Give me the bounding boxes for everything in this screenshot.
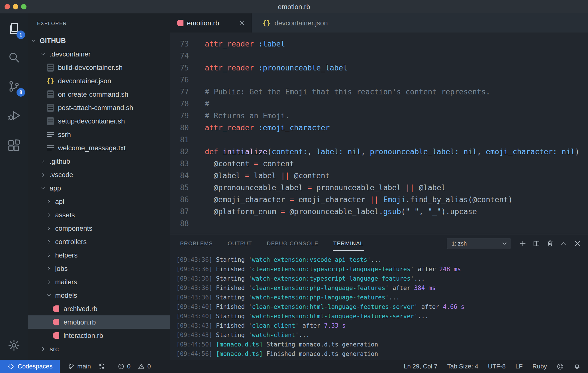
tree-item-helpers[interactable]: helpers [28,248,170,262]
tab-label: emotion.rb [187,19,239,27]
tree-item-label: api [55,198,64,206]
chevron-right-icon [41,346,46,352]
code-line-87: 87 @platform_enum = @pronounceable_label… [170,206,588,218]
activity-extensions-button[interactable] [0,137,28,154]
tree-item-post-attach-command.sh[interactable]: post-attach-command.sh [28,101,170,114]
tree-item-controllers[interactable]: controllers [28,235,170,248]
tree-item-app[interactable]: app [28,181,170,195]
tree-item-label: post-attach-command.sh [58,104,133,112]
run-debug-icon [7,109,21,122]
close-window-button[interactable] [5,4,10,9]
plus-icon[interactable] [519,240,526,247]
chevron-up-icon[interactable] [560,240,567,247]
problems-status-item[interactable]: 0 0 [118,363,151,370]
git-branch-icon [68,363,75,370]
code-line-76: 76 [170,74,588,86]
chevron-right-icon [41,172,46,177]
activity-search-button[interactable] [0,49,28,66]
terminal-line: [09:43:40] Finished 'clean-extension:htm… [176,302,585,312]
close-tab-icon[interactable] [239,20,245,26]
activity-bar: 18 [0,13,28,360]
terminal-line: [09:44:50] [monaco.d.ts] Starting monaco… [176,340,585,349]
activity-run-debug-button[interactable] [0,107,28,124]
tree-item-mailers[interactable]: mailers [28,275,170,289]
tree-item-label: app [50,184,61,192]
terminal-select-value: 1: zsh [452,240,467,247]
line-number: 85 [170,183,189,192]
language-mode-indicator[interactable]: Ruby [532,363,547,370]
tree-item-welcome_message.txt[interactable]: welcome_message.txt [28,141,170,155]
shell-file-icon [46,117,54,125]
terminal-line: [09:43:36] Starting 'watch-extension:php… [176,293,585,302]
tree-item-emotion.rb[interactable]: emotion.rb [28,315,170,329]
tab-emotion.rb[interactable]: emotion.rb [170,13,252,33]
tree-item-assets[interactable]: assets [28,208,170,222]
line-number: 86 [170,195,189,204]
panel-tab-problems[interactable]: PROBLEMS [180,234,213,253]
tree-item-label: emotion.rb [64,318,96,326]
panel-controls: 1: zsh [447,238,581,249]
close-icon[interactable] [574,240,581,247]
tab-devcontainer.json[interactable]: {}devcontainer.json [252,13,340,33]
sidebar-title: EXPLORER [28,13,170,34]
tree-item-.github[interactable]: .github [28,155,170,168]
tree-item-ssrh[interactable]: ssrh [28,128,170,141]
tree-item-src[interactable]: src [28,342,170,356]
activity-explorer-button[interactable]: 1 [0,20,28,37]
tree-item-label: setup-devcontainer.sh [58,117,125,125]
activity-source-control-button[interactable]: 8 [0,78,28,95]
tab-size-indicator[interactable]: Tab Size: 4 [447,363,478,370]
code-line-85: 85 @pronounceable_label = pronounceable_… [170,182,588,194]
tree-section-github[interactable]: GITHUB [28,34,170,47]
smiley-icon[interactable] [557,363,564,370]
panel-tab-terminal[interactable]: TERMINAL [333,234,364,253]
explorer-sidebar: EXPLORER GITHUB.devcontainerbuild-devcon… [28,13,170,360]
tree-item-build-devcontainer.sh[interactable]: build-devcontainer.sh [28,61,170,74]
tree-item-setup-devcontainer.sh[interactable]: setup-devcontainer.sh [28,114,170,128]
tree-item-api[interactable]: api [28,195,170,208]
code-editor[interactable]: 73attr_reader :label7475attr_reader :pro… [170,33,588,234]
search-icon [7,51,21,64]
terminal-line: [09:43:36] Starting 'watch-extension:vsc… [176,255,585,265]
panel-tab-output[interactable]: OUTPUT [228,234,252,253]
vscode-window: emotion.rb 18 EXPLORER GITHUB.devcontain… [0,0,588,373]
terminal-line: [09:43:36] Finished 'clean-extension:typ… [176,265,585,274]
settings-gear-button[interactable] [0,337,28,354]
cursor-position-indicator[interactable]: Ln 29, Col 7 [404,363,438,370]
branch-status-item[interactable]: main [68,363,105,370]
source-control-badge: 8 [17,88,25,97]
panel-tab-debug-console[interactable]: DEBUG CONSOLE [267,234,318,253]
ruby-file-icon [177,20,183,26]
trash-icon[interactable] [546,240,554,247]
tree-item-label: models [55,291,77,299]
tree-item-label: .devcontainer [50,50,91,58]
bell-icon[interactable] [573,363,581,370]
chevron-down-icon [41,52,46,57]
tree-item-on-create-command.sh[interactable]: on-create-command.sh [28,88,170,101]
tree-item-devcontainer.json[interactable]: {}devcontainer.json [28,74,170,88]
split-icon[interactable] [533,240,540,247]
eol-indicator[interactable]: LF [515,363,523,370]
explorer-badge: 1 [17,31,25,39]
terminal-output[interactable]: [09:43:36] Starting 'watch-extension:vsc… [176,255,585,359]
codespaces-status-button[interactable]: Codespaces [0,360,60,373]
tree-item-interaction.rb[interactable]: interaction.rb [28,329,170,342]
tree-item-models[interactable]: models [28,289,170,302]
tree-item-jobs[interactable]: jobs [28,262,170,275]
line-number: 76 [170,76,189,84]
editor-tabbar: emotion.rb{}devcontainer.json [170,13,588,33]
tree-item-components[interactable]: components [28,222,170,235]
tree-item-.vscode[interactable]: .vscode [28,168,170,181]
encoding-indicator[interactable]: UTF-8 [488,363,506,370]
code-line-88: 88 [170,218,588,230]
ruby-file-icon [52,305,60,312]
zoom-window-button[interactable] [21,4,26,9]
gear-icon [7,339,21,352]
text-file-icon [46,145,54,151]
tree-item-.devcontainer[interactable]: .devcontainer [28,47,170,61]
minimize-window-button[interactable] [13,4,18,9]
terminal-select[interactable]: 1: zsh [447,238,511,249]
code-line-86: 86 @emoji_character = emoji_character ||… [170,194,588,206]
tree-item-archived.rb[interactable]: archived.rb [28,302,170,315]
chevron-down-icon [46,293,52,298]
